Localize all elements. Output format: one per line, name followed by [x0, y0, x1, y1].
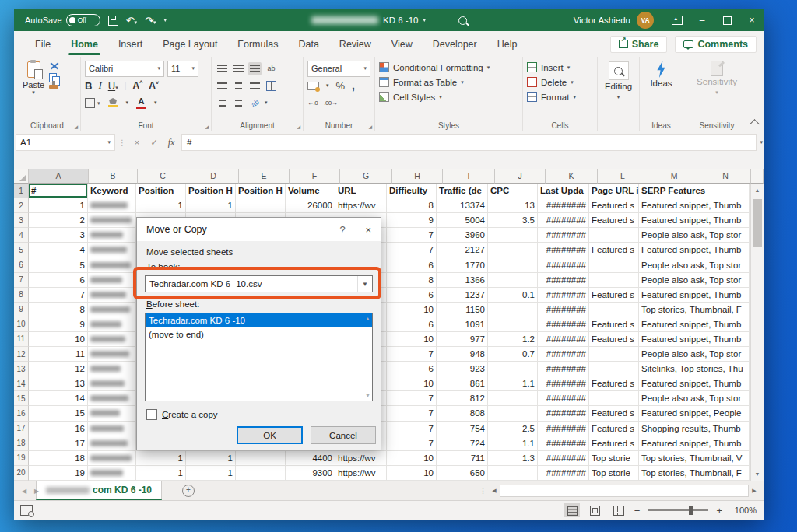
column-header-F[interactable]: F — [290, 169, 340, 184]
cell-b15[interactable] — [88, 391, 136, 406]
cell-l2[interactable]: Featured s — [589, 198, 639, 213]
header-cell-3[interactable]: Position H — [186, 184, 236, 198]
cell-k14[interactable]: ######## — [538, 376, 589, 391]
cell-b6[interactable] — [88, 257, 136, 272]
cell-h4[interactable]: 7 — [387, 228, 437, 243]
undo-button[interactable]: ↶▾ — [126, 16, 137, 26]
cell-k12[interactable]: ######## — [538, 347, 589, 362]
cell-i14[interactable]: 861 — [437, 376, 488, 391]
column-header-G[interactable]: G — [340, 169, 392, 184]
cell-d19[interactable]: 1 — [186, 451, 236, 466]
search-icon[interactable] — [458, 16, 467, 25]
cell-j5[interactable] — [488, 243, 538, 257]
increase-decimal-icon[interactable]: ←.0 — [307, 100, 318, 107]
row-header-3[interactable]: 3 — [14, 213, 29, 228]
cell-h20[interactable]: 10 — [387, 466, 437, 481]
cell-h11[interactable]: 10 — [387, 332, 437, 347]
column-header-I[interactable]: I — [443, 169, 495, 184]
cell-j20[interactable] — [488, 466, 538, 481]
align-left-icon[interactable] — [216, 79, 229, 93]
clipboard-dialog-launcher-icon[interactable]: ◢ — [74, 124, 78, 129]
dialog-help-icon[interactable]: ? — [331, 224, 354, 236]
cell-b5[interactable] — [88, 243, 136, 257]
row-header-11[interactable]: 11 — [14, 332, 29, 347]
cell-g19[interactable]: https://wv — [335, 451, 387, 466]
column-header-A[interactable]: A — [29, 169, 89, 184]
cell-h2[interactable]: 8 — [387, 198, 437, 213]
font-dialog-launcher-icon[interactable]: ◢ — [205, 124, 209, 129]
number-dialog-launcher-icon[interactable]: ◢ — [368, 124, 372, 129]
zoom-out-button[interactable]: − — [634, 505, 641, 516]
cell-a17[interactable]: 16 — [29, 422, 88, 436]
cell-m20[interactable]: Top stories, Thumbnail, F — [639, 466, 750, 481]
row-header-16[interactable]: 16 — [14, 406, 29, 421]
cell-j7[interactable] — [488, 273, 538, 288]
list-scroll-up-icon[interactable]: ▲ — [365, 316, 370, 321]
header-cell-2[interactable]: Position — [136, 184, 186, 198]
underline-button[interactable]: U▾ — [108, 80, 118, 92]
cell-l6[interactable] — [589, 257, 639, 272]
formula-input[interactable]: # — [181, 134, 757, 151]
cell-l13[interactable] — [589, 362, 639, 376]
cell-i20[interactable]: 650 — [437, 466, 488, 481]
cell-b7[interactable] — [88, 273, 136, 288]
cell-i5[interactable]: 2127 — [437, 243, 488, 257]
cell-m2[interactable]: Featured snippet, Thumb — [639, 198, 750, 213]
sheet-list-item[interactable]: Techradar.com KD 6 -10 — [146, 313, 372, 327]
row-header-8[interactable]: 8 — [14, 288, 29, 303]
header-cell-12[interactable]: SERP Features — [639, 184, 750, 198]
scroll-up-icon[interactable]: ▲ — [751, 184, 764, 196]
cell-j18[interactable]: 1.1 — [488, 436, 538, 451]
expand-formula-bar-icon[interactable]: ▾ — [760, 139, 763, 145]
format-cells-button[interactable]: Format ▾ — [527, 89, 593, 104]
cell-c19[interactable]: 1 — [136, 451, 186, 466]
cell-b11[interactable] — [88, 332, 136, 347]
tab-review[interactable]: Review — [329, 31, 381, 57]
scroll-left-icon[interactable]: ◀ — [489, 485, 500, 497]
chevron-down-icon[interactable]: ▼ — [357, 276, 372, 292]
cell-b16[interactable] — [88, 406, 136, 421]
name-box[interactable]: A1▾ — [16, 134, 115, 151]
cell-j9[interactable] — [488, 303, 538, 317]
tab-developer[interactable]: Developer — [423, 31, 487, 57]
row-header-5[interactable]: 5 — [14, 243, 29, 257]
cell-i7[interactable]: 1366 — [437, 273, 488, 288]
scroll-down-icon[interactable]: ▼ — [751, 468, 764, 480]
column-header-K[interactable]: K — [546, 169, 598, 184]
cell-k2[interactable]: ######## — [538, 198, 589, 213]
cell-a5[interactable]: 4 — [29, 243, 88, 257]
cell-h6[interactable]: 6 — [387, 257, 437, 272]
document-title[interactable]: KD 6 -10 ▾ — [311, 16, 467, 25]
cell-l10[interactable]: Featured s — [589, 317, 639, 332]
row-header-13[interactable]: 13 — [14, 362, 29, 376]
cell-b12[interactable] — [88, 347, 136, 362]
font-name-select[interactable]: Calibri▾ — [85, 61, 164, 77]
cell-b4[interactable] — [88, 228, 136, 243]
cell-i9[interactable]: 1150 — [437, 303, 488, 317]
cell-b17[interactable] — [88, 422, 136, 436]
normal-view-button[interactable] — [564, 503, 580, 517]
cell-a15[interactable]: 14 — [29, 391, 88, 406]
cell-b3[interactable] — [88, 213, 136, 228]
cell-b8[interactable] — [88, 288, 136, 303]
number-format-select[interactable]: General▾ — [307, 61, 370, 77]
cell-h10[interactable]: 6 — [387, 317, 437, 332]
save-icon[interactable] — [108, 16, 118, 26]
cell-b19[interactable] — [88, 451, 136, 466]
cell-h7[interactable]: 8 — [387, 273, 437, 288]
header-cell-1[interactable]: Keyword — [88, 184, 136, 198]
cell-h9[interactable]: 10 — [387, 303, 437, 317]
cell-i11[interactable]: 977 — [437, 332, 488, 347]
fill-color-button[interactable] — [108, 98, 118, 107]
cell-i3[interactable]: 5004 — [437, 213, 488, 228]
cell-i12[interactable]: 948 — [437, 347, 488, 362]
cell-e2[interactable] — [236, 198, 286, 213]
cell-k11[interactable]: ######## — [538, 332, 589, 347]
cell-styles-button[interactable]: Cell Styles ▾ — [379, 89, 518, 104]
cell-h16[interactable]: 7 — [387, 406, 437, 421]
percent-style-icon[interactable]: % — [336, 80, 346, 92]
cell-a20[interactable]: 19 — [29, 466, 88, 481]
cell-l17[interactable]: Featured s — [589, 422, 639, 436]
cell-b9[interactable] — [88, 303, 136, 317]
comments-button[interactable]: Comments — [675, 36, 757, 53]
